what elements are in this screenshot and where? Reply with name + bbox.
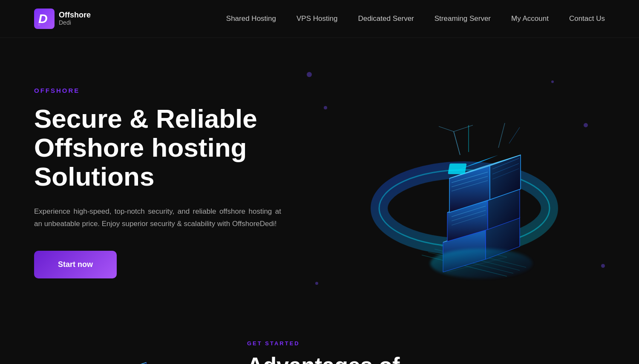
bottom-right: GET STARTED Advantages of [247, 336, 400, 364]
deco-dot-6 [315, 282, 318, 285]
nav-my-account[interactable]: My Account [511, 14, 549, 23]
hero-section: OFFSHORE Secure & Reliable Offshore host… [0, 38, 639, 319]
logo-name-main: Offshore [59, 11, 91, 20]
logo-icon: D [34, 9, 55, 29]
hero-right [324, 72, 605, 293]
nav-shared-hosting[interactable]: Shared Hosting [226, 14, 276, 23]
server-illustration [362, 80, 567, 285]
start-now-button[interactable]: Start now [34, 251, 117, 278]
bottom-left [34, 336, 213, 364]
svg-text:D: D [38, 11, 48, 26]
svg-line-36 [439, 126, 454, 132]
svg-line-35 [509, 127, 520, 143]
hero-description: Experience high-speed, top-notch securit… [34, 205, 281, 231]
advantages-title: Advantages of [247, 353, 400, 364]
bottom-section: GET STARTED Advantages of [0, 319, 639, 364]
get-started-tag: GET STARTED [247, 340, 400, 347]
svg-line-37 [454, 125, 473, 132]
hero-left: OFFSHORE Secure & Reliable Offshore host… [34, 87, 324, 278]
hero-tag: OFFSHORE [34, 87, 324, 94]
small-server-illustration [72, 336, 175, 364]
svg-line-34 [498, 123, 505, 148]
svg-point-1 [38, 23, 40, 26]
svg-point-31 [430, 249, 532, 278]
logo-name-sub: Dedi [59, 20, 91, 26]
deco-dot-1 [307, 72, 312, 77]
logo-text: Offshore Dedi [59, 11, 91, 26]
nav-contact-us[interactable]: Contact Us [569, 14, 605, 23]
nav-dedicated-server[interactable]: Dedicated Server [358, 14, 414, 23]
svg-marker-40 [101, 362, 147, 364]
navbar: D Offshore Dedi Shared Hosting VPS Hosti… [0, 0, 639, 38]
svg-rect-21 [448, 163, 466, 174]
logo-link[interactable]: D Offshore Dedi [34, 9, 91, 29]
svg-line-32 [454, 132, 460, 155]
nav-links: Shared Hosting VPS Hosting Dedicated Ser… [226, 14, 605, 23]
nav-vps-hosting[interactable]: VPS Hosting [296, 14, 337, 23]
hero-title: Secure & Reliable Offshore hosting Solut… [34, 104, 324, 192]
nav-streaming-server[interactable]: Streaming Server [435, 14, 491, 23]
